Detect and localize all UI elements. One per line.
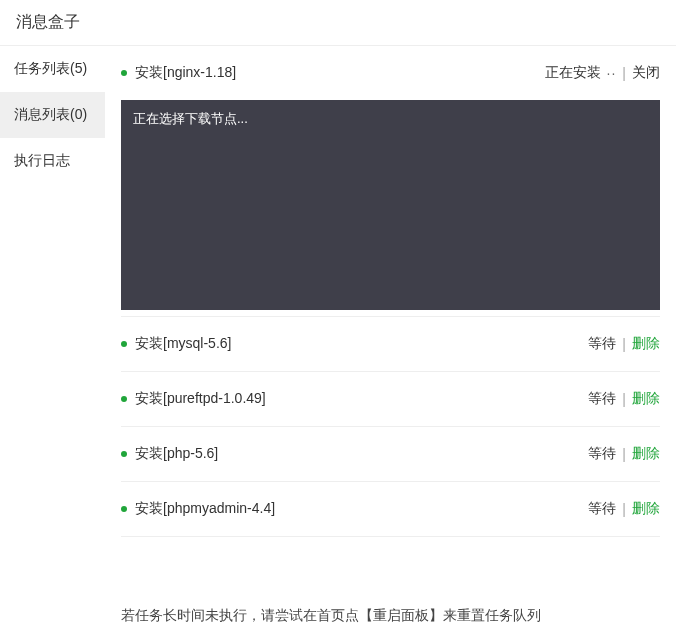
status-dot-icon: [121, 506, 127, 512]
delete-task-button[interactable]: 删除: [632, 500, 660, 518]
task-name: 安装[php-5.6]: [135, 445, 218, 463]
task-queued: 安装[phpmyadmin-4.4] 等待 | 删除: [121, 482, 660, 537]
sidebar-item-label: 消息列表(0): [14, 106, 87, 122]
task-name: 安装[mysql-5.6]: [135, 335, 231, 353]
sidebar-item-logs[interactable]: 执行日志: [0, 138, 105, 184]
dialog-header: 消息盒子: [0, 0, 676, 46]
task-name: 安装[pureftpd-1.0.49]: [135, 390, 266, 408]
separator: |: [622, 65, 626, 81]
task-queued: 安装[mysql-5.6] 等待 | 删除: [121, 317, 660, 372]
task-right: 等待 | 删除: [588, 500, 660, 518]
status-dot-icon: [121, 451, 127, 457]
task-right: 等待 | 删除: [588, 445, 660, 463]
spinner-icon: ··: [607, 65, 617, 81]
task-right: 正在安装 ·· | 关闭: [545, 64, 660, 82]
sidebar-item-label: 执行日志: [14, 152, 70, 168]
task-row: 安装[pureftpd-1.0.49] 等待 | 删除: [121, 372, 660, 426]
sidebar-item-label: 任务列表(5): [14, 60, 87, 76]
dialog-title: 消息盒子: [16, 12, 80, 33]
separator: |: [622, 446, 626, 462]
delete-task-button[interactable]: 删除: [632, 445, 660, 463]
task-left: 安装[mysql-5.6]: [121, 335, 231, 353]
sidebar-item-messages[interactable]: 消息列表(0): [0, 92, 105, 138]
task-name: 安装[nginx-1.18]: [135, 64, 236, 82]
task-status: 等待: [588, 335, 616, 353]
task-row: 安装[nginx-1.18] 正在安装 ·· | 关闭: [121, 46, 660, 100]
task-status: 等待: [588, 445, 616, 463]
task-left: 安装[nginx-1.18]: [121, 64, 236, 82]
close-icon[interactable]: [640, 13, 660, 33]
task-status: 等待: [588, 500, 616, 518]
console-output: 正在选择下载节点...: [121, 100, 660, 310]
task-queued: 安装[php-5.6] 等待 | 删除: [121, 427, 660, 482]
dialog-body: 任务列表(5) 消息列表(0) 执行日志 安装[nginx-1.18] 正在安装…: [0, 46, 676, 644]
task-running: 安装[nginx-1.18] 正在安装 ·· | 关闭 正在选择下载节点...: [121, 46, 660, 317]
separator: |: [622, 501, 626, 517]
sidebar-item-tasks[interactable]: 任务列表(5): [0, 46, 105, 92]
close-task-button[interactable]: 关闭: [632, 64, 660, 82]
task-status: 等待: [588, 390, 616, 408]
task-right: 等待 | 删除: [588, 390, 660, 408]
task-left: 安装[pureftpd-1.0.49]: [121, 390, 266, 408]
task-left: 安装[phpmyadmin-4.4]: [121, 500, 275, 518]
status-dot-icon: [121, 341, 127, 347]
separator: |: [622, 391, 626, 407]
task-name: 安装[phpmyadmin-4.4]: [135, 500, 275, 518]
task-status: 正在安装: [545, 64, 601, 82]
footer-note: 若任务长时间未执行，请尝试在首页点【重启面板】来重置任务队列: [121, 537, 660, 625]
task-row: 安装[mysql-5.6] 等待 | 删除: [121, 317, 660, 371]
separator: |: [622, 336, 626, 352]
delete-task-button[interactable]: 删除: [632, 335, 660, 353]
status-dot-icon: [121, 396, 127, 402]
task-row: 安装[php-5.6] 等待 | 删除: [121, 427, 660, 481]
task-queued: 安装[pureftpd-1.0.49] 等待 | 删除: [121, 372, 660, 427]
main-content: 安装[nginx-1.18] 正在安装 ·· | 关闭 正在选择下载节点... …: [105, 46, 676, 644]
task-row: 安装[phpmyadmin-4.4] 等待 | 删除: [121, 482, 660, 536]
sidebar: 任务列表(5) 消息列表(0) 执行日志: [0, 46, 105, 644]
task-left: 安装[php-5.6]: [121, 445, 218, 463]
task-right: 等待 | 删除: [588, 335, 660, 353]
delete-task-button[interactable]: 删除: [632, 390, 660, 408]
status-dot-icon: [121, 70, 127, 76]
